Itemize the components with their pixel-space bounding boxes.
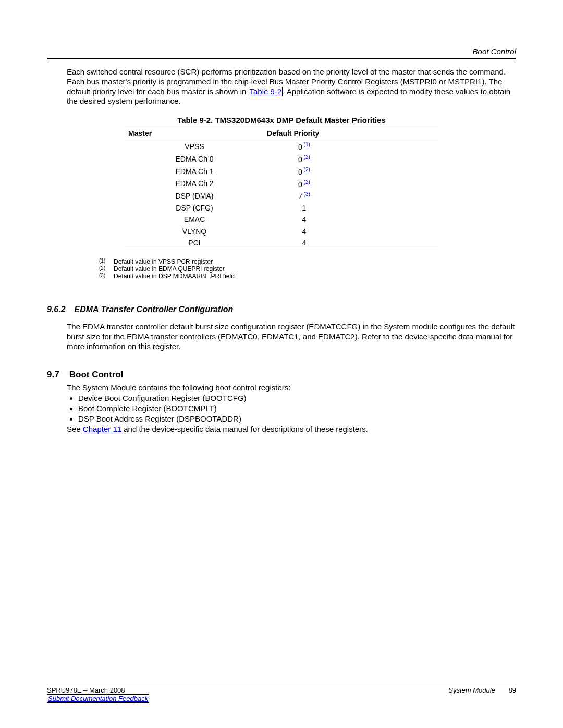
spacer-cell (345, 153, 438, 165)
header-section-title: Boot Control (47, 47, 516, 56)
master-cell: DSP (CFG) (125, 202, 264, 214)
chapter-link[interactable]: Chapter 11 (83, 425, 121, 434)
boot-trail-text: See Chapter 11 and the device-specific d… (67, 425, 516, 435)
spacer-cell (345, 165, 438, 178)
spacer-cell (345, 237, 438, 250)
table-row: DSP (CFG)1 (125, 202, 438, 214)
footnote-text: Default value in DSP MDMAARBE.PRI field (114, 273, 235, 280)
spacer-cell (345, 214, 438, 225)
table-row: DSP (DMA)7 (3) (125, 190, 438, 202)
priority-cell: 0 (2) (264, 165, 345, 178)
col-spacer (345, 127, 438, 140)
section-9.6.2-body: The EDMA transfer controller default bur… (67, 322, 516, 351)
page-number: 89 (509, 686, 516, 694)
table-caption: Table 9-2. TMS320DM643x DMP Default Mast… (47, 116, 516, 125)
table-footnotes: (1)Default value in VPSS PCR register(2)… (99, 258, 516, 280)
footnote-text: Default value in VPSS PCR register (114, 258, 213, 266)
section-9.7-body: The System Module contains the following… (67, 383, 516, 435)
col-priority-header: Default Priority (264, 127, 345, 140)
priority-cell: 4 (264, 226, 345, 237)
footnote: (3)Default value in DSP MDMAARBE.PRI fie… (99, 273, 516, 280)
page-footer: SPRU978E – March 2008 Submit Documentati… (47, 684, 516, 704)
list-item: DSP Boot Address Register (DSPBOOTADDR) (78, 414, 516, 424)
footnote-ref: (2) (302, 179, 310, 185)
table-row: PCI4 (125, 237, 438, 250)
footnote-ref: (1) (302, 142, 310, 147)
master-cell: EDMA Ch 2 (125, 178, 264, 190)
table-ref-link[interactable]: Table 9-2 (249, 87, 283, 96)
table-row: EDMA Ch 10 (2) (125, 165, 438, 178)
footnote-number: (3) (99, 273, 114, 280)
priority-cell: 0 (2) (264, 178, 345, 190)
footer-right: System Module 89 (448, 686, 516, 704)
header-rule (47, 58, 516, 59)
master-cell: EDMA Ch 1 (125, 165, 264, 178)
master-cell: VLYNQ (125, 226, 264, 237)
footnote-ref: (3) (302, 191, 310, 197)
priority-cell: 0 (2) (264, 153, 345, 165)
section-number: 9.6.2 (47, 305, 72, 314)
feedback-link[interactable]: Submit Documentation Feedback (47, 694, 149, 703)
table-body: VPSS0 (1)EDMA Ch 00 (2)EDMA Ch 10 (2)EDM… (125, 140, 438, 250)
footnote-number: (2) (99, 265, 114, 273)
table-row: EDMA Ch 20 (2) (125, 178, 438, 190)
master-cell: DSP (DMA) (125, 190, 264, 202)
doc-id: SPRU978E – March 2008 (47, 686, 149, 695)
footnote: (2)Default value in EDMA QUEPRI register (99, 266, 516, 273)
priority-cell: 4 (264, 214, 345, 225)
intro-paragraph: Each switched central resource (SCR) per… (67, 67, 516, 106)
document-page: Boot Control Each switched central resou… (0, 0, 563, 728)
section-title: EDMA Transfer Controller Configuration (74, 305, 233, 314)
footnote-ref: (2) (302, 167, 310, 172)
footer-rule (47, 684, 516, 684)
footer-left: SPRU978E – March 2008 Submit Documentati… (47, 686, 149, 704)
priority-cell: 4 (264, 237, 345, 250)
section-title: Boot Control (69, 369, 124, 379)
master-cell: PCI (125, 237, 264, 250)
table-row: VLYNQ4 (125, 226, 438, 237)
priorities-table: Master Default Priority VPSS0 (1)EDMA Ch… (125, 127, 438, 250)
footnote-ref: (2) (302, 154, 310, 160)
priority-cell: 7 (3) (264, 190, 345, 202)
priority-cell: 1 (264, 202, 345, 214)
list-item: Boot Complete Register (BOOTCMPLT) (78, 404, 516, 414)
priority-cell: 0 (1) (264, 140, 345, 153)
master-cell: EMAC (125, 214, 264, 225)
table-row: VPSS0 (1) (125, 140, 438, 153)
footnote-text: Default value in EDMA QUEPRI register (114, 266, 225, 273)
table-row: EDMA Ch 00 (2) (125, 153, 438, 165)
section-9.6.2-heading: 9.6.2 EDMA Transfer Controller Configura… (47, 305, 516, 314)
master-cell: EDMA Ch 0 (125, 153, 264, 165)
footnote-number: (1) (99, 258, 114, 265)
section-9.7-heading: 9.7 Boot Control (47, 369, 516, 380)
spacer-cell (345, 202, 438, 214)
spacer-cell (345, 178, 438, 190)
spacer-cell (345, 140, 438, 153)
boot-lead-text: The System Module contains the following… (67, 383, 516, 393)
trail-post: and the device-specific data manual for … (121, 425, 368, 434)
spacer-cell (345, 190, 438, 202)
trail-pre: See (67, 425, 83, 434)
list-item: Device Boot Configuration Register (BOOT… (78, 393, 516, 403)
spacer-cell (345, 226, 438, 237)
boot-register-list: Device Boot Configuration Register (BOOT… (67, 393, 516, 424)
module-name: System Module (448, 686, 495, 694)
section-number: 9.7 (47, 369, 67, 380)
table-row: EMAC4 (125, 214, 438, 225)
table-header-row: Master Default Priority (125, 127, 438, 140)
footnote: (1)Default value in VPSS PCR register (99, 258, 516, 266)
master-cell: VPSS (125, 140, 264, 153)
col-master-header: Master (125, 127, 264, 140)
